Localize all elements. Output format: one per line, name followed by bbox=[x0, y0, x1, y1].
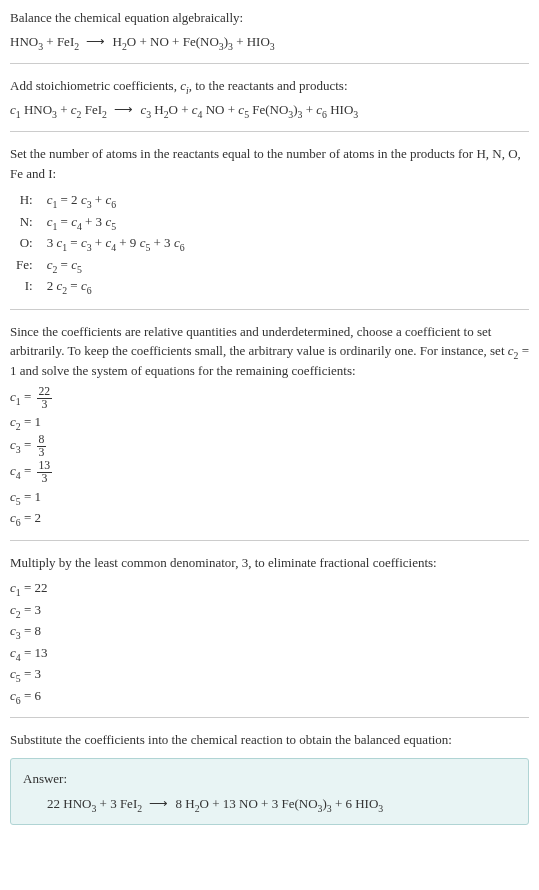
divider bbox=[10, 717, 529, 718]
coef-item: c2 = 3 bbox=[10, 600, 529, 620]
answer-equation: 22 HNO3 + 3 FeI2 ⟶ 8 H2O + 13 NO + 3 Fe(… bbox=[23, 794, 516, 814]
fraction: 83 bbox=[37, 434, 47, 458]
coef-item: c5 = 3 bbox=[10, 664, 529, 684]
atom-equation: 2 c2 = c6 bbox=[41, 275, 191, 297]
coef-item: c6 = 2 bbox=[10, 508, 529, 528]
coef-item: c1 = 223 bbox=[10, 386, 529, 410]
step3-atoms: Set the number of atoms in the reactants… bbox=[10, 144, 529, 297]
step4-solve: Since the coefficients are relative quan… bbox=[10, 322, 529, 528]
atom-equations-table: H: c1 = 2 c3 + c6 N: c1 = c4 + 3 c5 O: 3… bbox=[10, 189, 191, 297]
step6-text: Substitute the coefficients into the che… bbox=[10, 730, 529, 750]
atom-label: N: bbox=[10, 211, 41, 233]
step3-text: Set the number of atoms in the reactants… bbox=[10, 144, 529, 183]
table-row: N: c1 = c4 + 3 c5 bbox=[10, 211, 191, 233]
atom-equation: 3 c1 = c3 + c4 + 9 c5 + 3 c6 bbox=[41, 232, 191, 254]
step2-text: Add stoichiometric coefficients, ci, to … bbox=[10, 76, 529, 96]
atom-label: I: bbox=[10, 275, 41, 297]
step6-substitute: Substitute the coefficients into the che… bbox=[10, 730, 529, 825]
divider bbox=[10, 540, 529, 541]
coef-item: c6 = 6 bbox=[10, 686, 529, 706]
coef-item: c2 = 1 bbox=[10, 412, 529, 432]
table-row: H: c1 = 2 c3 + c6 bbox=[10, 189, 191, 211]
step2-equation: c1 HNO3 + c2 FeI2 ⟶ c3 H2O + c4 NO + c5 … bbox=[10, 100, 529, 120]
answer-label: Answer: bbox=[23, 769, 516, 789]
step5-text: Multiply by the least common denominator… bbox=[10, 553, 529, 573]
atom-equation: c2 = c5 bbox=[41, 254, 191, 276]
table-row: I: 2 c2 = c6 bbox=[10, 275, 191, 297]
coef-item: c3 = 83 bbox=[10, 434, 529, 458]
answer-box: Answer: 22 HNO3 + 3 FeI2 ⟶ 8 H2O + 13 NO… bbox=[10, 758, 529, 825]
atom-equation: c1 = c4 + 3 c5 bbox=[41, 211, 191, 233]
step1-balance: Balance the chemical equation algebraica… bbox=[10, 8, 529, 51]
step2-stoich: Add stoichiometric coefficients, ci, to … bbox=[10, 76, 529, 119]
atom-label: O: bbox=[10, 232, 41, 254]
step4-text: Since the coefficients are relative quan… bbox=[10, 322, 529, 381]
divider bbox=[10, 63, 529, 64]
step1-text: Balance the chemical equation algebraica… bbox=[10, 8, 529, 28]
table-row: Fe: c2 = c5 bbox=[10, 254, 191, 276]
divider bbox=[10, 131, 529, 132]
fraction: 133 bbox=[37, 460, 53, 484]
coefficients-fractional: c1 = 223 c2 = 1 c3 = 83 c4 = 133 c5 = 1 … bbox=[10, 386, 529, 528]
fraction: 223 bbox=[37, 386, 53, 410]
coef-item: c4 = 133 bbox=[10, 460, 529, 484]
coef-item: c4 = 13 bbox=[10, 643, 529, 663]
coef-item: c3 = 8 bbox=[10, 621, 529, 641]
divider bbox=[10, 309, 529, 310]
atom-equation: c1 = 2 c3 + c6 bbox=[41, 189, 191, 211]
atom-label: Fe: bbox=[10, 254, 41, 276]
coef-item: c1 = 22 bbox=[10, 578, 529, 598]
atom-label: H: bbox=[10, 189, 41, 211]
step1-equation: HNO3 + FeI2 ⟶ H2O + NO + Fe(NO3)3 + HIO3 bbox=[10, 32, 529, 52]
table-row: O: 3 c1 = c3 + c4 + 9 c5 + 3 c6 bbox=[10, 232, 191, 254]
coef-item: c5 = 1 bbox=[10, 487, 529, 507]
coefficients-integer: c1 = 22 c2 = 3 c3 = 8 c4 = 13 c5 = 3 c6 … bbox=[10, 578, 529, 705]
step5-multiply: Multiply by the least common denominator… bbox=[10, 553, 529, 706]
